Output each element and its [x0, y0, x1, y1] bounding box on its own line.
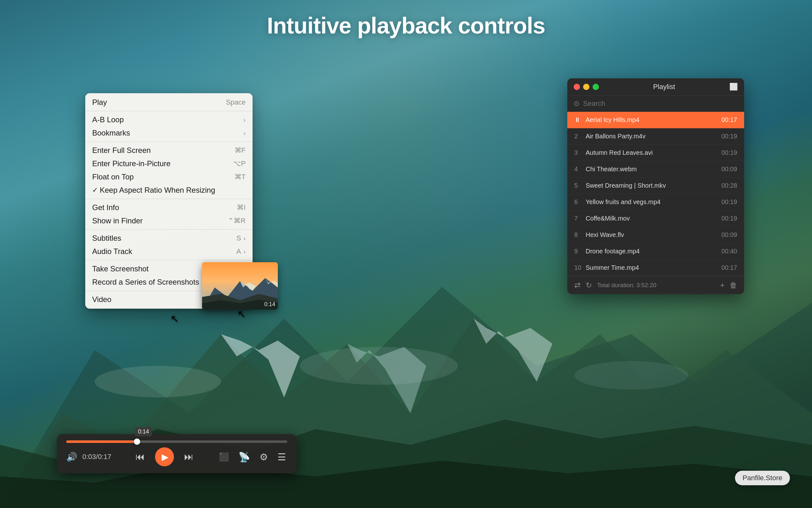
- item-number: 10: [574, 264, 586, 271]
- window-close-button[interactable]: [574, 84, 580, 90]
- menu-item-audio-track[interactable]: Audio Track A ›: [85, 245, 252, 258]
- menu-item-fullscreen-shortcut: ⌘F: [235, 146, 246, 155]
- menu-item-pip-label: Enter Picture-in-Picture: [92, 159, 171, 168]
- list-item[interactable]: 4 Chi Theater.webm 00:09: [567, 161, 744, 177]
- svg-point-9: [575, 361, 688, 389]
- menu-item-video-label: Video: [92, 295, 111, 304]
- item-number: 5: [574, 182, 586, 189]
- item-duration: 00:19: [721, 133, 737, 140]
- menu-item-screenshot-label: Take Screenshot: [92, 264, 149, 273]
- menu-item-get-info-label: Get Info: [92, 203, 119, 212]
- list-item[interactable]: 7 Coffe&Milk.mov 00:19: [567, 210, 744, 227]
- item-name: Chi Theater.webm: [586, 166, 721, 173]
- playlist-title: Playlist: [599, 83, 729, 91]
- list-item[interactable]: 9 Drone footage.mp4 00:40: [567, 243, 744, 260]
- controls-center: ⏮ ▶ ⏭: [134, 447, 195, 466]
- menu-item-get-info[interactable]: Get Info ⌘I: [85, 201, 252, 214]
- list-item[interactable]: 2 Air Ballons Party.m4v 00:19: [567, 128, 744, 145]
- menu-item-bookmarks[interactable]: Bookmarks ›: [85, 126, 252, 140]
- playlist-toggle-button[interactable]: ☰: [276, 450, 287, 464]
- menu-item-show-finder[interactable]: Show in Finder ⌃⌘R: [85, 214, 252, 227]
- settings-button[interactable]: ⚙: [258, 450, 269, 464]
- chevron-icon-3: ›: [243, 235, 246, 242]
- menu-item-aspect-ratio[interactable]: ✓ Keep Aspect Ratio When Resizing: [85, 183, 252, 197]
- menu-item-audio-track-label: Audio Track: [92, 247, 132, 256]
- playlist-panel: Playlist ⬜ ⊙ ⏸ Aerial Icy Hills.mp4 00:1…: [567, 78, 744, 294]
- menu-item-pip[interactable]: Enter Picture-in-Picture ⌥P: [85, 157, 252, 170]
- item-number: 9: [574, 248, 586, 255]
- svg-point-7: [95, 366, 221, 397]
- playlist-items: ⏸ Aerial Icy Hills.mp4 00:17 2 Air Ballo…: [567, 112, 744, 276]
- list-item[interactable]: 8 Hexi Wave.flv 00:09: [567, 227, 744, 243]
- menu-item-pip-shortcut: ⌥P: [233, 160, 246, 168]
- menu-item-subtitles[interactable]: Subtitles S ›: [85, 231, 252, 245]
- repeat-button[interactable]: ↻: [586, 281, 592, 290]
- menu-item-aspect-ratio-label: ✓ Keep Aspect Ratio When Resizing: [92, 186, 215, 195]
- window-controls: [574, 84, 599, 90]
- controls-right: ⬛ 📡 ⚙ ☰: [218, 450, 287, 464]
- list-item[interactable]: ⏸ Aerial Icy Hills.mp4 00:17: [567, 112, 744, 128]
- separator-5: [85, 260, 252, 260]
- pip-icon[interactable]: ⬜: [729, 83, 738, 91]
- menu-item-fullscreen-label: Enter Full Screen: [92, 146, 151, 155]
- airplay-screen-button[interactable]: ⬛: [218, 451, 230, 463]
- search-input[interactable]: [583, 99, 738, 108]
- menu-item-float[interactable]: Float on Top ⌘T: [85, 170, 252, 183]
- menu-item-play[interactable]: Play Space: [85, 96, 252, 109]
- item-duration: 00:19: [721, 215, 737, 222]
- prev-button[interactable]: ⏮: [134, 450, 146, 463]
- item-name: Autumn Red Leaves.avi: [586, 149, 721, 156]
- playlist-footer: ⇄ ↻ Total duration: 3:52:20 + 🗑: [567, 276, 744, 294]
- list-item[interactable]: 10 Summer Time.mp4 00:17: [567, 260, 744, 276]
- progress-bar-container[interactable]: 0:14: [66, 440, 287, 443]
- item-number: 4: [574, 166, 586, 173]
- total-duration: Total duration: 3:52:20: [597, 282, 715, 289]
- item-name: Summer Time.mp4: [586, 264, 721, 271]
- thumb-time-label: 0:14: [264, 301, 275, 308]
- list-item[interactable]: 3 Autumn Red Leaves.avi 00:19: [567, 145, 744, 161]
- volume-icon[interactable]: 🔊: [66, 452, 77, 462]
- controls-left: 🔊 0:03/0:17: [66, 452, 111, 462]
- list-item[interactable]: 6 Yellow fruits and vegs.mp4 00:19: [567, 194, 744, 210]
- window-maximize-button[interactable]: [592, 84, 599, 90]
- panfile-badge-label: Panfile.Store: [743, 474, 782, 482]
- thumb-inner: 0:14: [202, 262, 278, 309]
- item-name: Coffe&Milk.mov: [586, 215, 721, 222]
- list-item[interactable]: 5 Sweet Dreaming | Short.mkv 00:28: [567, 177, 744, 194]
- item-name: Hexi Wave.flv: [586, 231, 721, 239]
- item-duration: 00:09: [721, 231, 737, 239]
- menu-item-float-label: Float on Top: [92, 172, 134, 181]
- item-number: 8: [574, 231, 586, 239]
- airplay-button[interactable]: 📡: [237, 450, 251, 464]
- item-name: Sweet Dreaming | Short.mkv: [586, 182, 721, 189]
- playing-pause-icon: ⏸: [574, 116, 586, 124]
- play-button[interactable]: ▶: [155, 447, 174, 466]
- screenshot-thumbnail: 0:14: [202, 262, 278, 309]
- menu-item-get-info-shortcut: ⌘I: [237, 204, 246, 212]
- menu-item-ab-loop[interactable]: A-B Loop ›: [85, 113, 252, 126]
- chevron-icon: ›: [243, 116, 246, 124]
- item-duration: 00:09: [721, 166, 737, 173]
- item-number: 6: [574, 199, 586, 206]
- menu-item-fullscreen[interactable]: Enter Full Screen ⌘F: [85, 144, 252, 157]
- next-button[interactable]: ⏭: [183, 450, 195, 463]
- progress-bar-thumb: [134, 438, 140, 445]
- item-duration: 00:40: [721, 248, 737, 255]
- item-number: 7: [574, 215, 586, 222]
- menu-item-show-finder-label: Show in Finder: [92, 216, 143, 225]
- menu-item-float-shortcut: ⌘T: [235, 173, 246, 181]
- controls-row: 🔊 0:03/0:17 ⏮ ▶ ⏭ ⬛ 📡 ⚙ ☰: [66, 447, 287, 466]
- item-name: Aerial Icy Hills.mp4: [586, 116, 721, 124]
- chevron-icon-4: ›: [243, 248, 246, 255]
- panfile-badge[interactable]: Panfile.Store: [735, 471, 790, 485]
- item-name: Drone footage.mp4: [586, 248, 721, 255]
- search-icon: ⊙: [574, 99, 579, 108]
- shuffle-button[interactable]: ⇄: [574, 281, 581, 290]
- add-button[interactable]: +: [720, 281, 724, 290]
- window-minimize-button[interactable]: [583, 84, 589, 90]
- menu-item-show-finder-shortcut: ⌃⌘R: [228, 217, 246, 225]
- menu-item-subtitles-shortcut: S: [236, 234, 241, 242]
- delete-button[interactable]: 🗑: [730, 281, 737, 290]
- menu-item-play-shortcut: Space: [226, 98, 246, 107]
- menu-item-audio-track-shortcut: A: [236, 247, 241, 256]
